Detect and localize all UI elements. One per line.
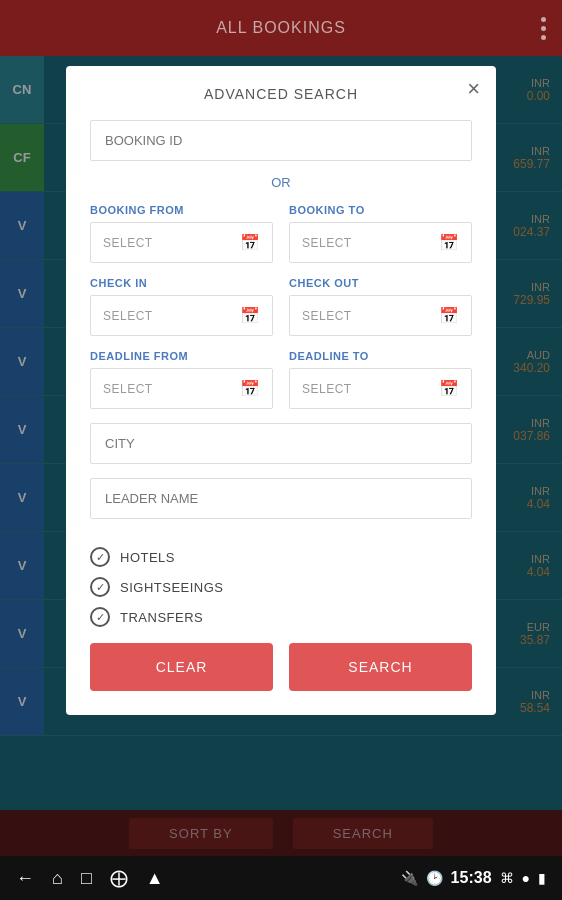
- hotels-check-icon: [90, 547, 110, 567]
- menu-dot-2: [541, 26, 546, 31]
- status-bar: ← ⌂ □ ⨁ ▲ 🔌 🕑 15:38 ⌘ ● ▮: [0, 856, 562, 900]
- deadline-to-input[interactable]: SELECT 📅: [289, 368, 472, 409]
- sightseeings-checkbox[interactable]: SIGHTSEEINGS: [90, 577, 472, 597]
- back-icon[interactable]: ←: [16, 868, 34, 889]
- calendar-icon[interactable]: 📅: [240, 233, 260, 252]
- app-title: ALL BOOKINGS: [216, 19, 346, 37]
- check-out-input[interactable]: SELECT 📅: [289, 295, 472, 336]
- advanced-search-modal: ADVANCED SEARCH × OR BOOKING FROM SELECT…: [66, 66, 496, 715]
- sightseeings-label: SIGHTSEEINGS: [120, 580, 224, 595]
- sightseeings-check-icon: [90, 577, 110, 597]
- calendar-icon[interactable]: 📅: [240, 306, 260, 325]
- calendar-icon[interactable]: 📅: [439, 233, 459, 252]
- time-display: 15:38: [451, 869, 492, 887]
- hotels-checkbox[interactable]: HOTELS: [90, 547, 472, 567]
- calendar-icon[interactable]: 📅: [439, 306, 459, 325]
- booking-to-input[interactable]: SELECT 📅: [289, 222, 472, 263]
- leader-name-input[interactable]: [90, 478, 472, 519]
- booking-to-label: BOOKING TO: [289, 204, 472, 216]
- recent-apps-icon[interactable]: □: [81, 868, 92, 889]
- menu-dot-1: [541, 17, 546, 22]
- booking-dates-row: BOOKING FROM SELECT 📅 BOOKING TO SELECT …: [90, 204, 472, 263]
- booking-from-input[interactable]: SELECT 📅: [90, 222, 273, 263]
- deadline-to-value: SELECT: [302, 382, 439, 396]
- or-divider: OR: [90, 175, 472, 190]
- up-icon[interactable]: ▲: [146, 868, 164, 889]
- check-out-group: CHECK OUT SELECT 📅: [289, 277, 472, 336]
- booking-id-input[interactable]: [90, 120, 472, 161]
- search-button[interactable]: SEARCH: [289, 643, 472, 691]
- booking-from-value: SELECT: [103, 236, 240, 250]
- action-buttons: CLEAR SEARCH: [90, 643, 472, 691]
- check-out-value: SELECT: [302, 309, 439, 323]
- booking-from-label: BOOKING FROM: [90, 204, 273, 216]
- deadline-dates-row: DEADLINE FROM SELECT 📅 DEADLINE TO SELEC…: [90, 350, 472, 409]
- modal-overlay: ADVANCED SEARCH × OR BOOKING FROM SELECT…: [0, 56, 562, 856]
- deadline-to-group: DEADLINE TO SELECT 📅: [289, 350, 472, 409]
- home-icon[interactable]: ⌂: [52, 868, 63, 889]
- deadline-from-input[interactable]: SELECT 📅: [90, 368, 273, 409]
- status-indicators: 🔌 🕑 15:38 ⌘ ● ▮: [401, 869, 546, 887]
- nav-controls: ← ⌂ □ ⨁ ▲: [16, 867, 164, 889]
- battery-icon: ▮: [538, 870, 546, 886]
- filter-checkboxes: HOTELS SIGHTSEEINGS TRANSFERS: [90, 547, 472, 627]
- check-in-value: SELECT: [103, 309, 240, 323]
- menu-button[interactable]: [541, 17, 546, 40]
- usb-icon: 🔌: [401, 870, 418, 886]
- check-out-label: CHECK OUT: [289, 277, 472, 289]
- hotels-label: HOTELS: [120, 550, 175, 565]
- modal-title: ADVANCED SEARCH: [90, 86, 472, 102]
- booking-to-value: SELECT: [302, 236, 439, 250]
- top-bar: ALL BOOKINGS: [0, 0, 562, 56]
- deadline-from-value: SELECT: [103, 382, 240, 396]
- menu-dot-3: [541, 35, 546, 40]
- checkin-dates-row: CHECK IN SELECT 📅 CHECK OUT SELECT 📅: [90, 277, 472, 336]
- booking-to-group: BOOKING TO SELECT 📅: [289, 204, 472, 263]
- check-in-group: CHECK IN SELECT 📅: [90, 277, 273, 336]
- check-in-input[interactable]: SELECT 📅: [90, 295, 273, 336]
- clear-button[interactable]: CLEAR: [90, 643, 273, 691]
- city-input[interactable]: [90, 423, 472, 464]
- calendar-icon[interactable]: 📅: [240, 379, 260, 398]
- calendar-icon[interactable]: 📅: [439, 379, 459, 398]
- deadline-to-label: DEADLINE TO: [289, 350, 472, 362]
- booking-from-group: BOOKING FROM SELECT 📅: [90, 204, 273, 263]
- modal-close-button[interactable]: ×: [467, 78, 480, 100]
- scan-icon[interactable]: ⨁: [110, 867, 128, 889]
- deadline-from-group: DEADLINE FROM SELECT 📅: [90, 350, 273, 409]
- deadline-from-label: DEADLINE FROM: [90, 350, 273, 362]
- clock-icon: 🕑: [426, 870, 443, 886]
- transfers-check-icon: [90, 607, 110, 627]
- signal-icon: ●: [522, 870, 530, 886]
- transfers-checkbox[interactable]: TRANSFERS: [90, 607, 472, 627]
- wifi-icon: ⌘: [500, 870, 514, 886]
- check-in-label: CHECK IN: [90, 277, 273, 289]
- transfers-label: TRANSFERS: [120, 610, 203, 625]
